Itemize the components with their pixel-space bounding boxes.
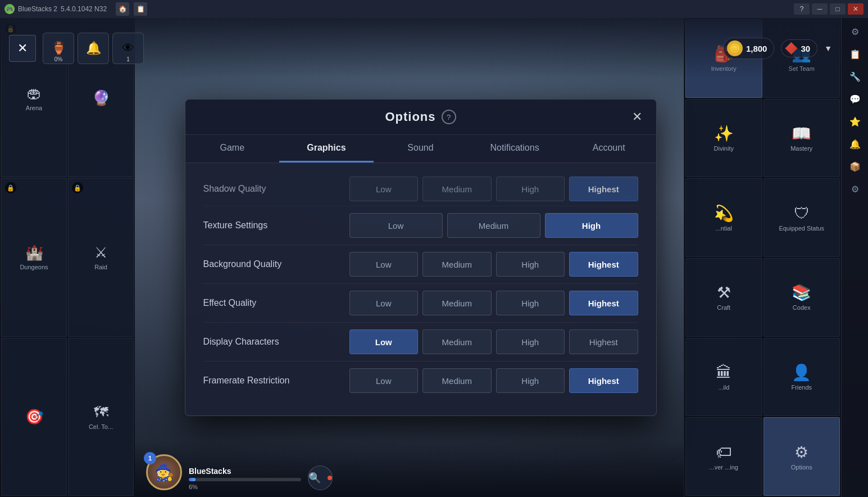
shadow-high-btn[interactable]: High (496, 177, 565, 201)
framerate-options: Low Medium High Highest (349, 368, 638, 393)
sidebar-icon-4[interactable]: 💬 (845, 89, 865, 109)
tab-notifications[interactable]: Notifications (467, 135, 562, 162)
bg-highest-btn[interactable]: Highest (569, 252, 638, 277)
title-bar: 🎮 BlueStacks 2 5.4.0.1042 N32 🏠 📋 ? ─ □ … (0, 0, 868, 18)
shadow-quality-label: Shadow Quality (203, 184, 349, 194)
tab-account[interactable]: Account (562, 135, 656, 162)
texture-options: Low Medium High (349, 213, 638, 238)
bg-medium-btn[interactable]: Medium (422, 252, 492, 277)
sidebar-icon-7[interactable]: 📦 (845, 156, 865, 177)
sidebar-icon-1[interactable]: ⚙ (845, 21, 865, 42)
right-sidebar: ⚙ 📋 🔧 💬 ⭐ 🔔 📦 ⚙ (841, 18, 868, 497)
dc-low-btn[interactable]: Low (349, 329, 419, 354)
fr-high-btn[interactable]: High (496, 368, 565, 393)
restore-button[interactable]: □ (830, 3, 846, 15)
close-icon: ✕ (632, 110, 642, 124)
dialog-body: Shadow Quality Low Medium High Highest T… (185, 163, 656, 415)
texture-settings-row: Texture Settings Low Medium High (203, 206, 638, 245)
texture-high-btn[interactable]: High (545, 213, 638, 238)
effect-high-btn[interactable]: High (496, 291, 565, 315)
effect-medium-btn[interactable]: Medium (422, 291, 492, 315)
texture-label: Texture Settings (203, 220, 349, 231)
framerate-label: Framerate Restriction (203, 376, 349, 386)
dialog-header: Options ? ✕ (185, 100, 656, 135)
dialog-overlay: Options ? ✕ Game Graphics Sound Notifica… (0, 18, 841, 497)
help-icon: ? (447, 113, 451, 121)
fr-low-btn[interactable]: Low (349, 368, 419, 393)
dc-high-btn[interactable]: High (496, 329, 565, 354)
shadow-medium-btn[interactable]: Medium (422, 177, 492, 201)
tab-sound[interactable]: Sound (374, 135, 468, 162)
sidebar-icon-5[interactable]: ⭐ (845, 111, 865, 132)
bg-low-btn[interactable]: Low (349, 252, 419, 277)
texture-low-btn[interactable]: Low (349, 213, 443, 238)
shadow-low-btn[interactable]: Low (349, 177, 419, 201)
display-characters-row: Display Characters Low Medium High Highe… (203, 323, 638, 362)
display-characters-options: Low Medium High Highest (349, 329, 638, 354)
effect-quality-row: Effect Quality Low Medium High Highest (203, 284, 638, 323)
shadow-quality-options: Low Medium High Highest (349, 177, 638, 201)
effect-highest-btn[interactable]: Highest (569, 291, 638, 315)
fr-highest-btn[interactable]: Highest (569, 368, 638, 393)
options-dialog: Options ? ✕ Game Graphics Sound Notifica… (185, 99, 657, 416)
display-characters-label: Display Characters (203, 337, 349, 347)
sidebar-icon-3[interactable]: 🔧 (845, 66, 865, 87)
framerate-restriction-row: Framerate Restriction Low Medium High Hi… (203, 362, 638, 400)
minimize-button[interactable]: ─ (812, 3, 828, 15)
tab-game[interactable]: Game (185, 135, 280, 162)
help-button[interactable]: ? (794, 3, 810, 15)
sidebar-icon-6[interactable]: 🔔 (845, 134, 865, 154)
dc-medium-btn[interactable]: Medium (422, 329, 492, 354)
bookmark-icon[interactable]: 📋 (134, 2, 147, 16)
effect-label: Effect Quality (203, 298, 349, 308)
app-logo: 🎮 (4, 4, 15, 14)
dialog-close-button[interactable]: ✕ (627, 107, 647, 127)
app-name: BlueStacks 2 (18, 5, 57, 13)
dc-highest-btn[interactable]: Highest (569, 329, 638, 354)
tab-graphics[interactable]: Graphics (279, 135, 374, 162)
background-label: Background Quality (203, 259, 349, 269)
shadow-highest-btn[interactable]: Highest (569, 177, 638, 201)
dialog-tabs: Game Graphics Sound Notifications Accoun… (185, 135, 656, 163)
dialog-help-button[interactable]: ? (442, 110, 456, 124)
background-quality-row: Background Quality Low Medium High Highe… (203, 245, 638, 284)
texture-medium-btn[interactable]: Medium (447, 213, 540, 238)
bg-high-btn[interactable]: High (496, 252, 565, 277)
dialog-title: Options (385, 110, 435, 124)
effect-low-btn[interactable]: Low (349, 291, 419, 315)
background-options: Low Medium High Highest (349, 252, 638, 277)
effect-options: Low Medium High Highest (349, 291, 638, 315)
home-icon[interactable]: 🏠 (116, 2, 129, 16)
sidebar-icon-2[interactable]: 📋 (845, 44, 865, 64)
shadow-quality-row: Shadow Quality Low Medium High Highest (203, 172, 638, 206)
app-version: 5.4.0.1042 N32 (61, 5, 107, 13)
close-button[interactable]: ✕ (848, 3, 864, 15)
sidebar-icon-8[interactable]: ⚙ (845, 179, 865, 199)
fr-medium-btn[interactable]: Medium (422, 368, 492, 393)
